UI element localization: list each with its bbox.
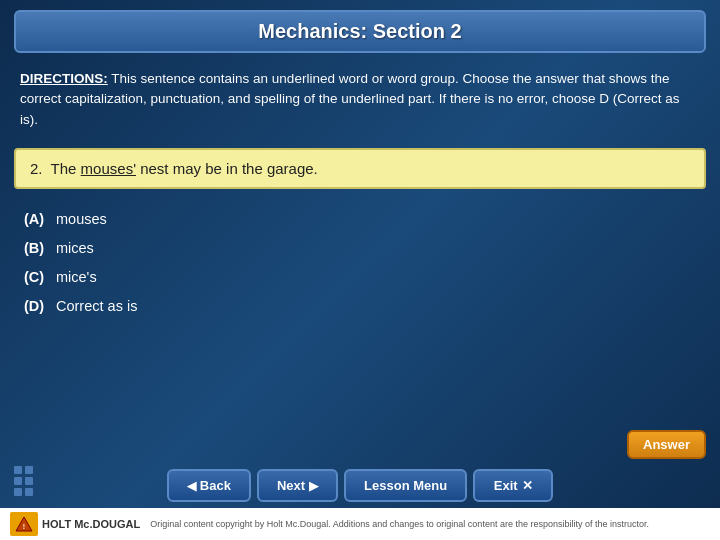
next-label: Next bbox=[277, 478, 305, 493]
question-text: 2. The mouses' nest may be in the garage… bbox=[30, 160, 318, 177]
directions-label: DIRECTIONS: bbox=[20, 71, 108, 86]
back-button[interactable]: ◀ Back bbox=[167, 469, 251, 502]
answer-a-text: mouses bbox=[56, 205, 107, 234]
exit-button[interactable]: Exit ✕ bbox=[473, 469, 553, 502]
svg-text:!: ! bbox=[23, 523, 25, 530]
dot-4 bbox=[25, 477, 33, 485]
question-number: 2. bbox=[30, 160, 43, 177]
question-underlined: mouses' bbox=[81, 160, 136, 177]
answer-button[interactable]: Answer bbox=[627, 430, 706, 459]
logo-svg: ! bbox=[14, 515, 34, 533]
footer-logo: ! HOLT Mc.DOUGAL bbox=[10, 512, 140, 536]
next-arrow-icon: ▶ bbox=[309, 479, 318, 493]
answer-b-text: mices bbox=[56, 234, 94, 263]
sidebar-dots bbox=[14, 466, 33, 496]
answer-d: (D) Correct as is bbox=[24, 292, 696, 321]
question-box: 2. The mouses' nest may be in the garage… bbox=[14, 148, 706, 189]
directions-box: DIRECTIONS: This sentence contains an un… bbox=[14, 65, 706, 134]
footer-bar: ! HOLT Mc.DOUGAL Original content copyri… bbox=[0, 508, 720, 540]
back-label: Back bbox=[200, 478, 231, 493]
question-suffix: nest may be in the garage. bbox=[136, 160, 318, 177]
lesson-menu-button[interactable]: Lesson Menu bbox=[344, 469, 467, 502]
answer-c: (C) mice's bbox=[24, 263, 696, 292]
nav-bar: ◀ Back Next ▶ Lesson Menu Exit ✕ bbox=[14, 469, 706, 502]
answers-section: (A) mouses (B) mices (C) mice's (D) Corr… bbox=[14, 205, 706, 430]
dot-5 bbox=[14, 488, 22, 496]
answer-b-letter: (B) bbox=[24, 234, 56, 263]
answer-d-text: Correct as is bbox=[56, 292, 137, 321]
exit-label: Exit bbox=[494, 478, 518, 493]
exit-icon: ✕ bbox=[522, 478, 533, 493]
directions-text: This sentence contains an underlined wor… bbox=[20, 71, 680, 127]
answer-b: (B) mices bbox=[24, 234, 696, 263]
answer-c-letter: (C) bbox=[24, 263, 56, 292]
answer-a-letter: (A) bbox=[24, 205, 56, 234]
dot-3 bbox=[14, 477, 22, 485]
main-container: Mechanics: Section 2 DIRECTIONS: This se… bbox=[0, 0, 720, 540]
answer-btn-wrapper: Answer bbox=[14, 430, 706, 465]
dot-2 bbox=[25, 466, 33, 474]
brand-name: HOLT Mc.DOUGAL bbox=[42, 518, 140, 530]
next-button[interactable]: Next ▶ bbox=[257, 469, 338, 502]
back-arrow-icon: ◀ bbox=[187, 479, 196, 493]
question-prefix: The bbox=[51, 160, 81, 177]
dot-1 bbox=[14, 466, 22, 474]
dot-6 bbox=[25, 488, 33, 496]
page-title: Mechanics: Section 2 bbox=[258, 20, 461, 42]
answer-d-letter: (D) bbox=[24, 292, 56, 321]
answer-a: (A) mouses bbox=[24, 205, 696, 234]
answer-c-text: mice's bbox=[56, 263, 97, 292]
logo-icon: ! bbox=[10, 512, 38, 536]
title-bar: Mechanics: Section 2 bbox=[14, 10, 706, 53]
footer-copyright: Original content copyright by Holt Mc.Do… bbox=[150, 519, 649, 529]
